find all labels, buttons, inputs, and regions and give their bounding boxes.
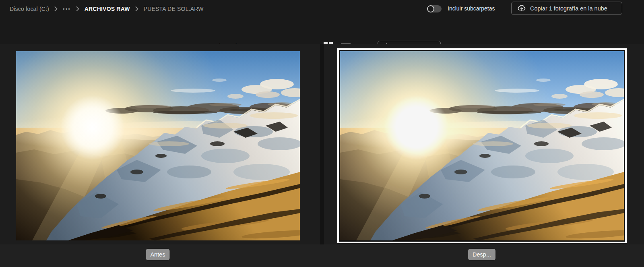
label-strip: Antes Desp... [0,244,644,267]
copy-to-cloud-label: Copiar 1 fotografía en la nube [530,5,607,12]
toggle-knob [427,5,434,12]
breadcrumb-folder[interactable]: ARCHIVOS RAW [85,6,130,12]
breadcrumb: Disco local (C:) ••• ARCHIVOS RAW PUESTA… [10,6,204,12]
lightroom-window: Disco local (C:) ••• ARCHIVOS RAW PUESTA… [0,0,644,267]
breadcrumb-overflow-button[interactable]: ••• [63,6,71,12]
cloud-upload-icon [517,4,526,12]
include-subfolders-toggle[interactable] [427,5,442,12]
before-photo[interactable] [16,51,300,240]
chevron-right-icon [54,6,58,11]
after-label-badge: Desp... [468,249,495,260]
copy-to-cloud-button[interactable]: Copiar 1 fotografía en la nube [511,2,622,15]
compare-toolbar: Antes y después Orientación [0,18,644,43]
include-subfolders-label: Incluir subcarpetas [448,5,495,12]
after-pane [324,44,644,244]
before-label-badge: Antes [146,249,169,260]
chevron-right-icon [135,6,138,11]
header-bar: Disco local (C:) ••• ARCHIVOS RAW PUESTA… [0,0,644,18]
breadcrumb-drive[interactable]: Disco local (C:) [10,6,49,12]
before-pane [0,44,320,244]
breadcrumb-file: PUESTA DE SOL.ARW [144,6,204,12]
after-photo [340,51,624,240]
chevron-right-icon [76,6,79,11]
after-photo-selected-frame[interactable] [337,48,627,243]
compare-view [0,44,644,244]
